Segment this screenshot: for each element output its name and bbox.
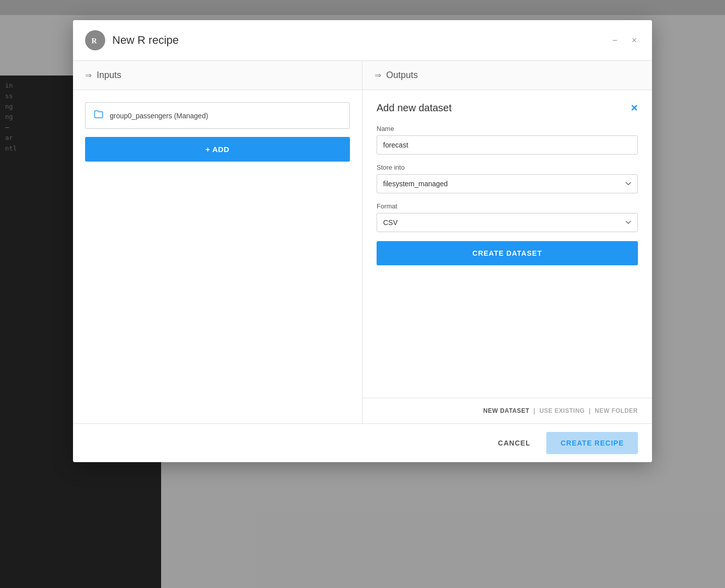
name-label: Name xyxy=(377,125,638,132)
format-select[interactable]: CSV Parquet JSON Excel xyxy=(377,213,638,232)
inputs-panel-header: ⇒ Inputs xyxy=(73,61,362,90)
tab-new-dataset[interactable]: NEW DATASET xyxy=(483,407,530,414)
add-dataset-title: Add new dataset xyxy=(377,102,452,114)
create-recipe-button[interactable]: CREATE RECIPE xyxy=(546,432,638,454)
format-label: Format xyxy=(377,202,638,210)
minimize-button[interactable]: − xyxy=(609,35,621,46)
tab-new-folder[interactable]: NEW FOLDER xyxy=(595,407,638,414)
modal-header: R New R recipe − × xyxy=(73,20,652,61)
tab-separator-1: | xyxy=(534,407,536,414)
modal-body: ⇒ Inputs group0_passengers (Managed) + A… xyxy=(73,61,652,423)
add-dataset-header: Add new dataset ✕ xyxy=(377,102,638,114)
store-into-select[interactable]: filesystem_managed hdfs_managed s3_manag… xyxy=(377,174,638,193)
tab-links-container: NEW DATASET | USE EXISTING | NEW FOLDER xyxy=(483,407,638,414)
inputs-label: Inputs xyxy=(97,70,121,81)
outputs-panel: ⇒ Outputs Add new dataset ✕ Name Store i… xyxy=(362,61,652,423)
create-dataset-button[interactable]: CREATE DATASET xyxy=(377,241,638,265)
inputs-panel-content: group0_passengers (Managed) + ADD xyxy=(73,90,362,174)
svg-text:R: R xyxy=(92,37,97,45)
modal-header-actions: − × xyxy=(609,35,640,46)
dataset-folder-icon xyxy=(94,110,104,121)
dataset-name-input[interactable] xyxy=(377,135,638,155)
close-add-dataset-button[interactable]: ✕ xyxy=(630,103,638,114)
close-button[interactable]: × xyxy=(628,35,640,46)
input-dataset-name: group0_passengers (Managed) xyxy=(110,112,208,120)
outputs-label: Outputs xyxy=(386,70,418,81)
new-r-recipe-modal: R New R recipe − × ⇒ Inputs xyxy=(73,20,652,462)
tab-separator-2: | xyxy=(589,407,591,414)
inputs-arrow-icon: ⇒ xyxy=(85,70,92,80)
modal-footer: CANCEL CREATE RECIPE xyxy=(73,423,652,462)
outputs-panel-header: ⇒ Outputs xyxy=(362,61,652,90)
output-tabs: NEW DATASET | USE EXISTING | NEW FOLDER xyxy=(362,398,652,423)
inputs-panel: ⇒ Inputs group0_passengers (Managed) + A… xyxy=(73,61,362,423)
input-dataset-item: group0_passengers (Managed) xyxy=(85,102,350,129)
outputs-arrow-icon: ⇒ xyxy=(375,70,381,80)
cancel-button[interactable]: CANCEL xyxy=(490,435,538,451)
add-input-button[interactable]: + ADD xyxy=(85,137,350,162)
tab-use-existing[interactable]: USE EXISTING xyxy=(539,407,585,414)
r-recipe-icon: R xyxy=(85,30,105,50)
modal-title: New R recipe xyxy=(112,34,609,47)
store-into-label: Store into xyxy=(377,164,638,171)
add-new-dataset-form: Add new dataset ✕ Name Store into filesy… xyxy=(362,90,652,398)
